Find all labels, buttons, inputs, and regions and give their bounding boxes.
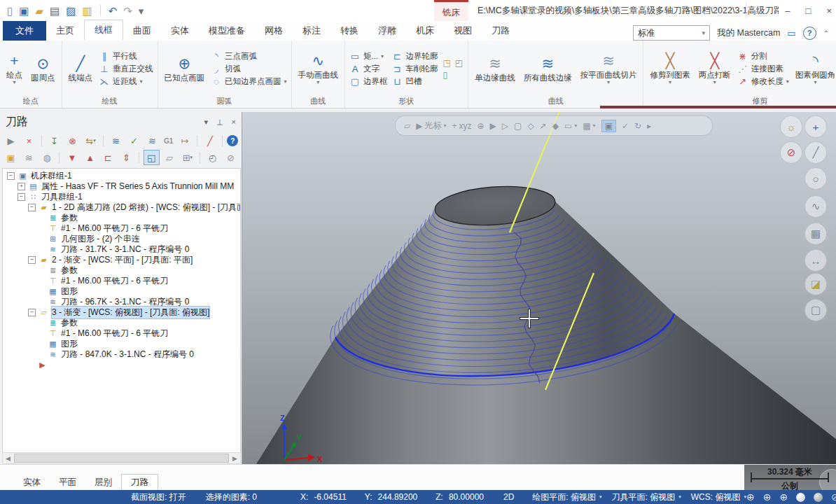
point-mask-button[interactable]: + [804, 115, 827, 138]
modify-length-button[interactable]: ↗修改长度▾ [736, 76, 790, 87]
tree-row[interactable]: −▰2 - 渐变 - [WCS: 平面] - [刀具面: 平面] [3, 255, 240, 265]
solid-pick-icon[interactable]: ◆ [552, 121, 559, 131]
select-vector-icon[interactable]: ↗ [540, 121, 547, 131]
lock-operations-button[interactable]: ▣ [3, 150, 19, 165]
gview-outline-icon[interactable]: ⊕ [779, 492, 788, 502]
backplot-button[interactable]: ≋ [108, 133, 124, 148]
fillet-entities-button[interactable]: ◝图素倒圆角▾ [792, 51, 836, 87]
tree-row[interactable]: −∷刀具群组-1 [3, 192, 240, 202]
closest-line-button[interactable]: ⋋近距线▾ [97, 76, 155, 87]
tree-row[interactable]: +▤属性 - Haas VF - TR Series 5 Axis Trunni… [3, 181, 240, 192]
tab-标注[interactable]: 标注 [293, 21, 330, 41]
collapse-icon[interactable]: − [28, 256, 36, 264]
tree-row[interactable]: −▣机床群组-1 [3, 171, 240, 181]
relief-groove-button[interactable]: ⊔凹槽 [391, 76, 440, 87]
break-two-points-button[interactable]: ╳两点打断▾ [695, 51, 734, 87]
regen-selected-button[interactable]: ↧ [46, 133, 62, 148]
help-icon[interactable]: ? [227, 135, 238, 146]
curve-slice-by-plane-button[interactable]: ≋按平面曲线切片▾ [577, 51, 641, 87]
select-chain-icon[interactable]: ▷ [502, 121, 508, 131]
line-mask-button[interactable]: ╱ [804, 141, 827, 164]
toolpath-visibility-button[interactable]: ⊘ [223, 150, 239, 165]
bounding-box-button[interactable]: ▢边界框 [348, 76, 389, 87]
tree-row[interactable]: ⊤#1 - M6.00 平铣刀 - 6 平铣刀 [3, 276, 240, 286]
arc-three-points-button[interactable]: ◝三点画弧 [209, 51, 288, 62]
tab-视图[interactable]: 视图 [444, 21, 482, 41]
trim-to-entity-button[interactable]: ╳修剪到图素▾ [646, 51, 694, 87]
post-processor-button[interactable]: ↦ [176, 133, 193, 148]
single-edge-curve-button[interactable]: ≋单边缘曲线 [471, 54, 519, 84]
tree-row[interactable]: ▦图形 [3, 339, 240, 349]
tab-线框[interactable]: 线框 [84, 20, 123, 41]
toggle-toolpath-display-button[interactable]: ≋ [21, 150, 37, 165]
scroll-right-icon[interactable]: ▶ [230, 455, 240, 462]
collapse-icon[interactable]: − [28, 309, 36, 316]
cplane-selector[interactable]: 绘图平面: 俯视图▾ [532, 491, 601, 503]
silhouette-boundary-button[interactable]: ⊏边界轮廓 [391, 51, 440, 62]
save-icon[interactable]: ▣ [19, 6, 29, 16]
panel-menu-icon[interactable]: ▾ [204, 118, 208, 127]
shaded-off-icon[interactable] [814, 493, 823, 502]
select-entity-icon[interactable]: ▶ [490, 121, 496, 131]
select-polygon-icon[interactable]: ◇ [527, 121, 534, 131]
pin-icon[interactable]: ⊣ [215, 118, 224, 125]
gview-icon[interactable]: ▱ [404, 121, 410, 131]
select-window-icon[interactable]: ▢ [514, 121, 522, 131]
surface-mask-button[interactable]: ▦ [804, 223, 827, 245]
tab-曲面[interactable]: 曲面 [123, 21, 161, 41]
circle-center-point-button[interactable]: ⊕已知点画圆 [161, 54, 209, 84]
spline-mask-button[interactable]: ∿ [804, 195, 827, 218]
tree-row[interactable]: ⊤#1 - M6.00 平铣刀 - 6 平铣刀 [3, 223, 240, 234]
reorder-operations-button[interactable]: ⇆▾ [83, 133, 99, 148]
search-pick-icon[interactable]: ▸ [647, 121, 651, 131]
collapse-icon[interactable]: − [18, 193, 25, 201]
tab-转换[interactable]: 转换 [330, 21, 368, 41]
move-up-button[interactable]: ▲ [82, 150, 98, 165]
all-edge-curves-button[interactable]: ≋所有曲线边缘 [520, 54, 576, 84]
point-button[interactable]: +绘点▾ [3, 51, 26, 87]
letters-button[interactable]: A文字 [348, 64, 389, 74]
redo-icon[interactable]: ↷ [123, 6, 132, 16]
settings-button[interactable]: ☼ [780, 115, 802, 138]
zip-icon[interactable]: ▥ [82, 6, 92, 16]
rectangle-button[interactable]: ▭矩...▾ [348, 51, 389, 62]
close-icon[interactable]: × [232, 118, 236, 126]
divide-button[interactable]: ⋇分割 [736, 51, 790, 62]
circle-points-button[interactable]: ⊙圆周点 [27, 54, 59, 84]
expand-icon[interactable]: + [18, 183, 25, 190]
undo-icon[interactable]: ↶ [109, 6, 118, 16]
manual-spline-button[interactable]: ∿手动画曲线▾ [295, 51, 342, 87]
select-mode-icon[interactable]: ▦▾ [583, 121, 595, 131]
unselect-all-operations-button[interactable]: × [21, 133, 37, 148]
collapse-ribbon-icon[interactable]: ⌃ [823, 29, 829, 37]
section-view-status[interactable]: 截面视图: 打开 [131, 491, 186, 503]
move-insert-button[interactable]: ⊏ [100, 150, 116, 165]
move-arrows-button[interactable]: ⇕ [118, 150, 134, 165]
tab-文件[interactable]: 文件 [3, 21, 46, 41]
translucency-icon[interactable]: ⊘ [831, 492, 836, 502]
gview-hidden-icon[interactable]: ⊕ [763, 492, 772, 502]
tab-机床[interactable]: 机床 [406, 21, 444, 41]
my-mastercam-link[interactable]: 我的 Mastercam [717, 27, 780, 39]
slot-shape-button[interactable]: ▯ [443, 70, 451, 80]
tree-row[interactable]: ≣参数 [3, 265, 240, 276]
copy-state-button[interactable]: ▱ [162, 150, 178, 165]
tplane-selector[interactable]: 刀具平面: 俯视图▾ [612, 491, 681, 503]
regen-dirty-button[interactable]: ⊗ [64, 133, 81, 148]
new-file-icon[interactable]: ▯ [7, 6, 13, 16]
join-entities-button[interactable]: ⋰连接图素 [736, 64, 790, 74]
clear-masks-button[interactable]: ⊘ [780, 141, 802, 164]
shaded-on-icon[interactable] [796, 493, 805, 502]
tree-row[interactable]: −▱3 - 渐变 - [WCS: 俯视图] - [刀具面: 俯视图] [3, 307, 240, 318]
gnomon-icon[interactable]: ⊕ [478, 121, 485, 131]
tab-浮雕[interactable]: 浮雕 [368, 21, 406, 41]
tab-模型准备[interactable]: 模型准备 [199, 21, 255, 41]
gview-wireframe-icon[interactable]: ⊕ [746, 492, 755, 502]
parallel-line-button[interactable]: ∥平行线 [97, 51, 155, 62]
verify-button[interactable]: ✓ [126, 133, 142, 148]
tree-row[interactable]: ▦图形 [3, 286, 240, 297]
stair-shape-button[interactable]: ◰ [455, 58, 463, 68]
select-all-operations-button[interactable]: ▶ [3, 133, 19, 148]
arc-mask-button[interactable]: ○ [804, 167, 827, 190]
autocursor-icon[interactable]: ▶光标▾ [416, 120, 446, 132]
